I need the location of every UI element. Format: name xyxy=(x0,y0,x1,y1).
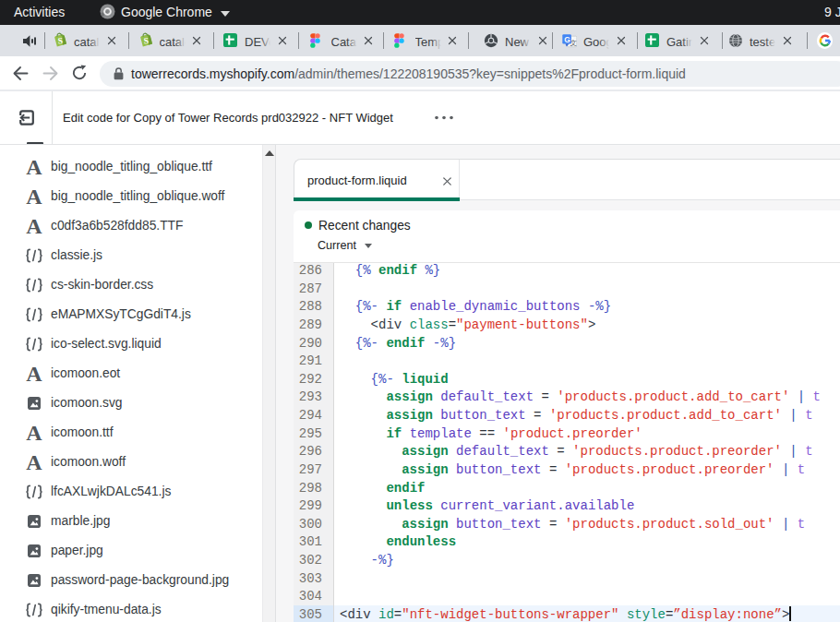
svg-text:S: S xyxy=(143,36,149,45)
svg-text:S: S xyxy=(57,36,63,45)
svg-text:G: G xyxy=(564,35,570,44)
